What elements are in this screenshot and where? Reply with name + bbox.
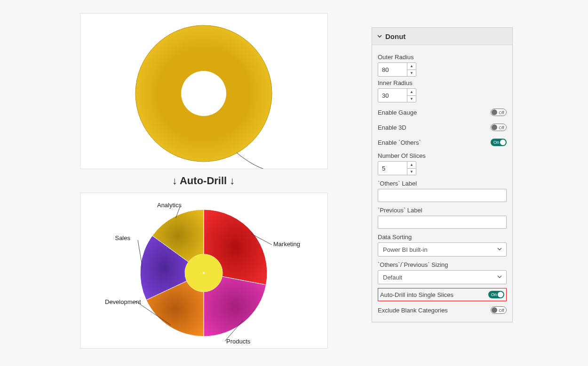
- donut-chart-bottom: Marketing Products Development Sales Ana…: [80, 193, 328, 349]
- inner-radius-value[interactable]: 30: [378, 89, 407, 102]
- inner-radius-stepper[interactable]: 30 ▲ ▼: [378, 88, 416, 102]
- outer-radius-value[interactable]: 80: [378, 63, 407, 76]
- label-num-slices: Number Of Slices: [378, 152, 507, 159]
- label-inner-radius: Inner Radius: [378, 79, 507, 86]
- label-exclude-blank: Exclude Blank Categories: [378, 307, 448, 314]
- others-label-input[interactable]: [378, 189, 507, 202]
- num-slices-step-down[interactable]: ▼: [407, 169, 416, 175]
- toggle-enable-gauge[interactable]: Off: [491, 109, 507, 116]
- data-sorting-select[interactable]: Power BI built-in: [378, 242, 507, 257]
- slice-label-analytics: Analytics: [157, 202, 182, 209]
- donut-chart-top: Active: [80, 13, 328, 169]
- others-sizing-select[interactable]: Default: [378, 270, 507, 284]
- format-panel-donut: Donut Outer Radius 80 ▲ ▼ Inner Radius 3…: [372, 27, 513, 322]
- toggle-auto-drill[interactable]: On: [488, 291, 504, 298]
- label-enable-gauge: Enable Gauge: [378, 109, 417, 116]
- label-others-label: `Others` Label: [378, 180, 507, 187]
- panel-header[interactable]: Donut: [372, 28, 512, 45]
- label-auto-drill: Auto-Drill into Single Slices: [380, 291, 453, 298]
- slice-label-sales: Sales: [115, 234, 130, 241]
- label-others-sizing: `Others`/`Previous` Sizing: [378, 261, 507, 268]
- data-sorting-value: Power BI built-in: [383, 246, 428, 253]
- num-slices-stepper[interactable]: 5 ▲ ▼: [378, 161, 416, 175]
- toggle-exclude-blank[interactable]: Off: [491, 306, 507, 314]
- label-enable-others: Enable `Others`: [378, 139, 421, 146]
- svg-point-2: [203, 272, 205, 274]
- toggle-enable-others[interactable]: On: [491, 139, 507, 146]
- label-outer-radius: Outer Radius: [378, 54, 507, 61]
- outer-radius-step-up[interactable]: ▲: [407, 63, 416, 70]
- chevron-down-icon: [497, 274, 502, 281]
- slice-label-products: Products: [226, 338, 251, 345]
- chevron-down-icon: [497, 246, 502, 253]
- toggle-enable-3d[interactable]: Off: [491, 124, 507, 131]
- label-enable-3d: Enable 3D: [378, 124, 406, 131]
- outer-radius-step-down[interactable]: ▼: [407, 70, 416, 77]
- slice-label-marketing: Marketing: [273, 241, 300, 248]
- num-slices-step-up[interactable]: ▲: [407, 162, 416, 169]
- inner-radius-step-down[interactable]: ▼: [407, 96, 416, 102]
- previous-label-input[interactable]: [378, 216, 507, 229]
- num-slices-value[interactable]: 5: [378, 162, 407, 175]
- label-previous-label: `Previous` Label: [378, 207, 507, 214]
- slice-label-active: Active: [286, 168, 304, 169]
- slice-label-development: Development: [105, 298, 141, 305]
- chevron-down-icon: [377, 33, 382, 39]
- panel-title: Donut: [385, 32, 405, 40]
- others-sizing-value: Default: [383, 274, 402, 281]
- outer-radius-stepper[interactable]: 80 ▲ ▼: [378, 62, 416, 77]
- highlight-auto-drill: Auto-Drill into Single Slices On: [378, 288, 507, 301]
- inner-radius-step-up[interactable]: ▲: [407, 89, 416, 96]
- label-data-sorting: Data Sorting: [378, 234, 507, 241]
- auto-drill-caption: ↓ Auto-Drill ↓: [80, 175, 327, 187]
- svg-point-1: [181, 71, 226, 116]
